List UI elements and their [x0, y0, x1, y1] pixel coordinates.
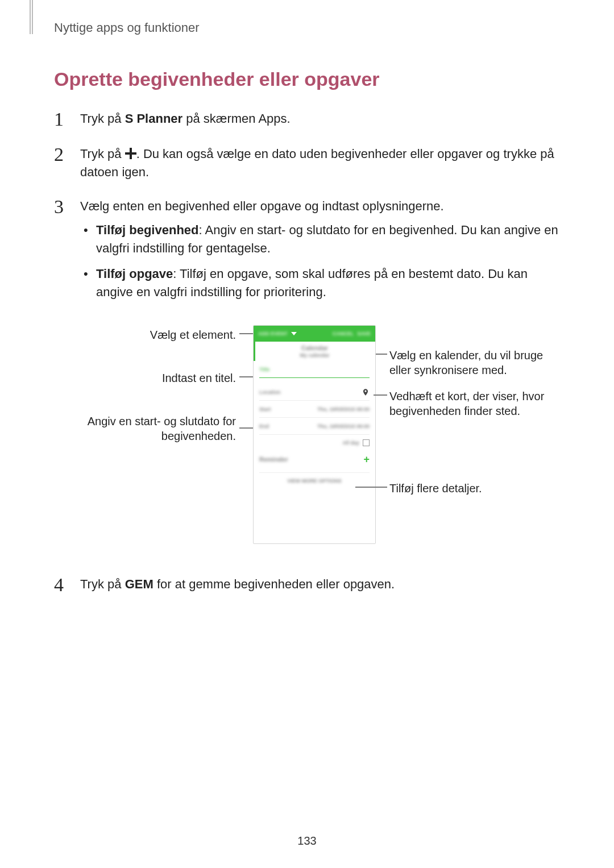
add-event-label: ADD EVENT [258, 331, 288, 337]
leader-line [374, 394, 387, 396]
callout-choose-calendar: Vælg en kalender, du vil bruge eller syn… [389, 348, 560, 377]
chevron-down-icon [291, 332, 297, 335]
plus-icon [125, 148, 136, 159]
topbar-left: ADD EVENT [258, 331, 297, 337]
step-number: 4 [54, 575, 70, 595]
topbar: ADD EVENT CANCEL SAVE [254, 326, 375, 342]
bold-text: GEM [125, 577, 154, 591]
step-number: 3 [54, 197, 70, 309]
end-row: EndThu, 19/03/2015 09:00 [259, 418, 370, 435]
start-row: StartThu, 19/03/2015 08:00 [259, 401, 370, 418]
reminder-label: Reminder [259, 456, 288, 463]
step-body: Tryk på S Planner på skærmen Apps. [80, 110, 563, 129]
allday-row: All day [254, 435, 375, 451]
start-label: Start [259, 406, 271, 412]
cancel-label: CANCEL [333, 331, 354, 337]
text: Tryk på [80, 147, 125, 161]
checkbox-icon [363, 439, 370, 446]
page-header: Nyttige apps og funktioner [54, 20, 563, 35]
bullet-list: Tilføj begivenhed: Angiv en start- og sl… [80, 221, 563, 302]
step-number: 2 [54, 145, 70, 181]
phone-mockup: ADD EVENT CANCEL SAVE Calendar My calend… [253, 325, 376, 544]
callout-select-element: Vælg et element. [71, 327, 236, 342]
step-body: Tryk på GEM for at gemme begivenheden el… [80, 575, 563, 595]
step-2: 2 Tryk på . Du kan også vælge en dato ud… [54, 145, 563, 181]
step-3: 3 Vælg enten en begivenhed eller opgave … [54, 197, 563, 309]
location-label: Location [259, 389, 281, 395]
title-row: Title [259, 361, 370, 378]
text: på skærmen Apps. [182, 111, 291, 126]
bold-text: S Planner [125, 111, 182, 126]
topbar-right: CANCEL SAVE [333, 331, 371, 337]
text: Tryk på [80, 577, 125, 591]
callout-enter-title: Indtast en titel. [71, 371, 236, 385]
list-item: Tilføj opgave: Tilføj en opgave, som ska… [96, 265, 563, 301]
page-edge-decoration [30, 0, 33, 34]
start-date: Thu, 19/03/2015 08:00 [317, 406, 370, 412]
text: Tryk på [80, 111, 125, 126]
step-body: Tryk på . Du kan også vælge en dato uden… [80, 145, 563, 181]
location-row: Location [259, 384, 370, 401]
account-label: My calendar [300, 352, 329, 358]
callout-attach-map: Vedhæft et kort, der viser, hvor begiven… [389, 389, 566, 418]
step-body: Vælg enten en begivenhed eller opgave og… [80, 197, 563, 309]
save-label: SAVE [357, 331, 371, 337]
callout-start-end-date: Angiv en start- og slutdato for begivenh… [71, 414, 236, 443]
more-options-row: VIEW MORE OPTIONS [259, 472, 370, 488]
page-content: Nyttige apps og funktioner Oprette begiv… [0, 0, 614, 595]
title-label: Title [259, 367, 269, 372]
end-date: Thu, 19/03/2015 09:00 [317, 423, 370, 429]
step-4: 4 Tryk på GEM for at gemme begivenheden … [54, 575, 563, 595]
bold-text: Tilføj begivenhed [96, 223, 199, 237]
page-number: 133 [0, 834, 614, 848]
bold-text: Tilføj opgave [96, 267, 173, 281]
step-number: 1 [54, 110, 70, 129]
leader-line [239, 427, 254, 429]
leader-line [355, 487, 387, 488]
list-item: Tilføj begivenhed: Angiv en start- og sl… [96, 221, 563, 258]
map-pin-icon [362, 388, 370, 396]
annotated-screenshot: Vælg et element. Indtast en titel. Angiv… [71, 325, 560, 558]
calendar-label: Calendar [301, 344, 328, 351]
callout-more-details: Tilføj flere detaljer. [389, 481, 537, 496]
step-1: 1 Tryk på S Planner på skærmen Apps. [54, 110, 563, 129]
text: for at gemme begivenheden eller opgaven. [154, 577, 395, 591]
leader-line [376, 354, 387, 355]
allday-label: All day [342, 440, 359, 446]
calendar-row: Calendar My calendar [254, 342, 375, 361]
text: . Du kan også vælge en dato uden begiven… [80, 147, 554, 179]
section-title: Oprette begivenheder eller opgaver [54, 68, 563, 90]
more-label: VIEW MORE OPTIONS [287, 478, 342, 484]
end-label: End [259, 423, 269, 429]
text: Vælg enten en begivenhed eller opgave og… [80, 199, 444, 213]
reminder-row: Reminder + [259, 451, 370, 468]
plus-icon: + [363, 454, 370, 466]
